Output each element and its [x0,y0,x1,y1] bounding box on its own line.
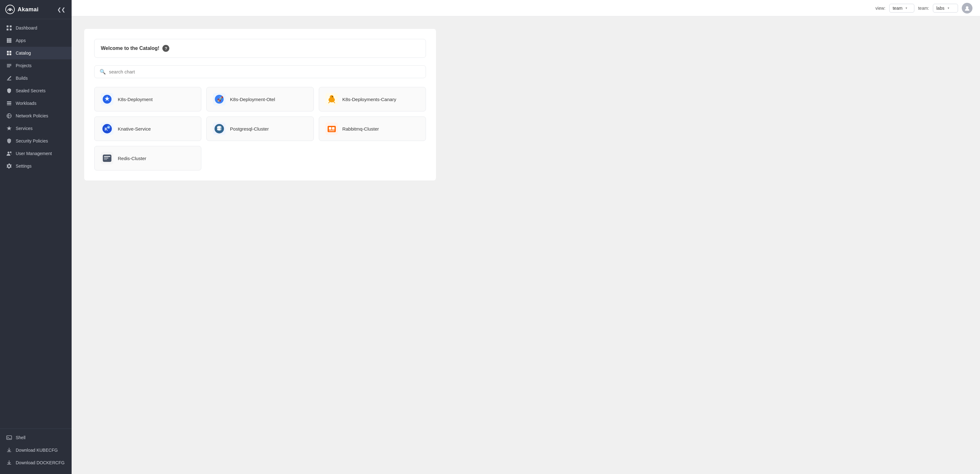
postgresql-cluster-label: Postgresql-Cluster [230,126,269,132]
akamai-logo-icon [5,5,15,14]
svg-rect-5 [10,29,12,30]
svg-rect-3 [10,25,12,27]
search-bar: 🔍 [94,65,426,78]
svg-rect-49 [104,159,107,160]
svg-point-1 [9,9,11,11]
svg-rect-21 [7,103,11,104]
team-select[interactable]: labs ▾ [933,4,958,13]
view-select[interactable]: team ▾ [889,4,914,13]
svg-point-12 [7,41,8,43]
sidebar-item-label: Apps [16,38,26,43]
svg-rect-43 [329,127,331,130]
sidebar-item-workloads[interactable]: Workloads [0,97,72,109]
svg-rect-19 [7,80,11,80]
settings-icon [6,163,12,169]
svg-point-8 [10,38,12,40]
catalog-card-k8s-deployment-otel[interactable]: 🚀 K8s-Deployment-Otel [206,87,313,111]
sidebar-item-label: Settings [16,163,32,168]
sidebar-item-label: Security Policies [16,138,48,143]
svg-point-6 [7,38,8,40]
svg-point-33 [332,97,332,97]
main-wrapper: view: team ▾ team: labs ▾ Welcome to the… [72,0,980,474]
welcome-banner: Welcome to the Catalog! ? [94,39,426,58]
svg-rect-20 [7,101,11,102]
k8s-deployments-canary-icon [325,93,338,105]
sidebar-item-sealed-secrets[interactable]: Sealed Secrets [0,84,72,97]
catalog-grid: K8s-Deployment 🚀 K8s-Deployment-Otel [94,87,426,170]
svg-rect-15 [7,51,9,53]
logo: Akamai [5,5,39,14]
sidebar-item-security-policies[interactable]: Security Policies [0,135,72,147]
catalog-card-redis-cluster[interactable]: Redis-Cluster [94,146,201,170]
sidebar-item-label: Download DOCKERCFG [16,460,65,465]
user-avatar[interactable] [962,3,972,14]
workloads-icon [6,100,12,106]
catalog-card-k8s-deployment[interactable]: K8s-Deployment [94,87,201,111]
sidebar-item-services[interactable]: Services [0,122,72,135]
svg-text:K: K [108,126,110,129]
topbar: view: team ▾ team: labs ▾ [72,0,980,16]
collapse-button[interactable]: ❮❮ [56,5,67,14]
welcome-text: Welcome to the Catalog! [101,46,159,51]
sidebar-item-builds[interactable]: Builds [0,72,72,84]
view-value: team [892,6,902,11]
redis-cluster-icon [101,152,113,165]
catalog-card-postgresql-cluster[interactable]: Postgresql-Cluster [206,116,313,141]
svg-point-25 [10,152,12,153]
svg-rect-2 [6,25,8,27]
sidebar-item-user-management[interactable]: User Management [0,147,72,160]
svg-rect-47 [104,156,110,157]
knative-service-label: Knative-Service [118,126,151,132]
svg-point-11 [10,40,12,41]
sidebar-item-dashboard[interactable]: Dashboard [0,22,72,34]
network-policies-icon [6,113,12,119]
builds-icon [6,75,12,81]
k8s-deployment-otel-label: K8s-Deployment-Otel [230,97,275,102]
svg-rect-4 [6,29,8,30]
sidebar-header: Akamai ❮❮ [0,0,72,19]
search-input[interactable] [109,69,421,75]
svg-rect-22 [7,105,11,105]
sidebar: Akamai ❮❮ Dashboard Apps [0,0,72,474]
sidebar-item-label: Shell [16,435,25,440]
user-management-icon [6,151,12,156]
svg-rect-45 [329,130,334,131]
sidebar-item-projects[interactable]: Projects [0,59,72,72]
svg-rect-44 [332,127,334,130]
svg-point-27 [966,6,968,9]
rabbitmq-cluster-icon [325,122,338,135]
sidebar-item-apps[interactable]: Apps [0,34,72,47]
apps-icon [6,38,12,43]
svg-point-7 [8,38,10,40]
logo-text: Akamai [18,6,39,13]
sidebar-item-label: Workloads [16,101,37,106]
sidebar-item-label: Sealed Secrets [16,88,46,93]
catalog-card-rabbitmq-cluster[interactable]: Rabbitmq-Cluster [319,116,426,141]
search-icon: 🔍 [100,69,106,75]
rabbitmq-cluster-label: Rabbitmq-Cluster [342,126,379,132]
help-icon[interactable]: ? [162,45,169,52]
catalog-card-k8s-deployments-canary[interactable]: K8s-Deployments-Canary [319,87,426,111]
sidebar-item-shell[interactable]: Shell [0,431,72,444]
team-chevron-icon: ▾ [948,6,949,10]
sidebar-item-settings[interactable]: Settings [0,160,72,172]
sidebar-nav: Dashboard Apps Catalog [0,19,72,428]
svg-text:🚀: 🚀 [217,96,223,102]
sealed-secrets-icon [6,88,12,94]
svg-rect-16 [10,51,11,53]
view-chevron-icon: ▾ [905,6,907,10]
postgresql-cluster-icon [213,122,226,135]
catalog-card-knative-service[interactable]: K K Knative-Service [94,116,201,141]
sidebar-item-catalog[interactable]: Catalog [0,47,72,59]
sidebar-item-network-policies[interactable]: Network Policies [0,109,72,122]
svg-rect-17 [7,53,9,55]
svg-point-9 [7,40,8,41]
redis-cluster-label: Redis-Cluster [118,156,146,161]
k8s-deployments-canary-label: K8s-Deployments-Canary [342,97,396,102]
sidebar-item-download-kubecfg[interactable]: Download KUBECFG [0,444,72,457]
team-label: team: [918,6,929,11]
sidebar-item-label: Network Policies [16,113,48,118]
sidebar-item-label: User Management [16,151,52,156]
svg-point-14 [10,41,12,43]
sidebar-item-download-dockercfg[interactable]: Download DOCKERCFG [0,457,72,469]
